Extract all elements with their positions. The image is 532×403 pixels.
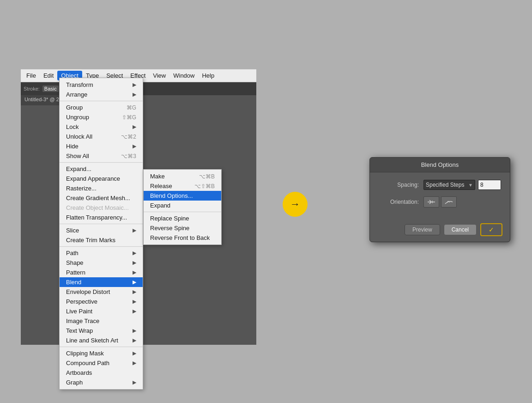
cancel-button[interactable]: Cancel [444, 224, 477, 235]
menu-item-slice[interactable]: Slice ▶ [60, 226, 143, 235]
separator [60, 162, 143, 163]
menu-item-artboards[interactable]: Artboards [60, 368, 143, 378]
menu-item-lock[interactable]: Lock ▶ [60, 122, 143, 132]
menu-window[interactable]: Window [169, 71, 198, 80]
separator [144, 212, 221, 212]
preview-button[interactable]: Preview [405, 224, 440, 235]
spacing-label: Spacing: [377, 182, 419, 188]
arrow-icon: ▶ [133, 299, 136, 305]
submenu-item-reverse-front[interactable]: Reverse Front to Back [144, 233, 221, 243]
arrow-icon: ▶ [133, 143, 136, 149]
separator [60, 246, 143, 247]
arrow-icon: ▶ [133, 82, 136, 88]
spacing-controls: Specified Steps ▼ 8 [423, 180, 501, 190]
arrow-icon: ▶ [133, 379, 136, 385]
submenu-item-reverse-spine[interactable]: Reverse Spine [144, 223, 221, 233]
menu-item-ungroup[interactable]: Ungroup ⇧⌘G [60, 112, 143, 122]
menu-item-expand[interactable]: Expand... [60, 164, 143, 174]
menu-item-graph[interactable]: Graph ▶ [60, 378, 143, 387]
blend-options-dialog: Blend Options Spacing: Specified Steps ▼… [369, 157, 510, 242]
arrow-icon: ▶ [133, 124, 136, 130]
submenu-item-make[interactable]: Make ⌥⌘B [144, 171, 221, 181]
object-dropdown-menu: Transform ▶ Arrange ▶ Group ⌘G Ungroup ⇧… [59, 78, 143, 390]
menu-help[interactable]: Help [198, 71, 218, 80]
menu-item-show-all[interactable]: Show All ⌥⌘3 [60, 151, 143, 161]
orientation-align-path[interactable] [441, 196, 457, 208]
submenu-item-expand[interactable]: Expand [144, 201, 221, 210]
dropdown-arrow-icon: ▼ [468, 183, 473, 188]
menu-item-image-trace[interactable]: Image Trace [60, 316, 143, 326]
arrow-symbol: → [290, 198, 300, 210]
arrow-icon: ▶ [133, 250, 136, 256]
separator [60, 224, 143, 224]
arrow-icon: ▶ [133, 279, 136, 285]
arrow-icon: ▶ [133, 308, 136, 314]
separator [60, 101, 143, 101]
menu-item-expand-appearance[interactable]: Expand Appearance [60, 174, 143, 183]
menu-item-clipping-mask[interactable]: Clipping Mask ▶ [60, 348, 143, 358]
arrow-icon: ▶ [133, 289, 136, 295]
menu-item-envelope-distort[interactable]: Envelope Distort ▶ [60, 287, 143, 297]
blend-submenu: Make ⌥⌘B Release ⌥⇧⌘B Blend Options... E… [143, 169, 222, 245]
menu-file[interactable]: File [23, 71, 40, 80]
menu-item-perspective[interactable]: Perspective ▶ [60, 297, 143, 306]
menu-item-object-mosaic[interactable]: Create Object Mosaic... [60, 203, 143, 213]
menu-item-trim-marks[interactable]: Create Trim Marks [60, 235, 143, 245]
menu-item-pattern[interactable]: Pattern ▶ [60, 268, 143, 277]
menu-view[interactable]: View [149, 71, 169, 80]
menu-item-group[interactable]: Group ⌘G [60, 103, 143, 112]
dialog-buttons: Preview Cancel ✓ [370, 220, 510, 242]
arrow-icon: ▶ [133, 337, 136, 343]
arrow-icon: ▶ [133, 360, 136, 366]
arrow-icon: ▶ [133, 227, 136, 233]
menu-item-gradient-mesh[interactable]: Create Gradient Mesh... [60, 193, 143, 203]
menu-item-hide[interactable]: Hide ▶ [60, 141, 143, 151]
arrow-icon: ▶ [133, 328, 136, 334]
submenu-item-replace-spine[interactable]: Replace Spine [144, 214, 221, 223]
submenu-item-release[interactable]: Release ⌥⇧⌘B [144, 181, 221, 191]
stroke-label: Stroke: [24, 86, 40, 92]
submenu-item-blend-options[interactable]: Blend Options... [144, 191, 221, 201]
menu-item-shape[interactable]: Shape ▶ [60, 258, 143, 268]
orientation-controls [423, 196, 457, 208]
separator [60, 347, 143, 347]
arrow-icon: ▶ [133, 269, 136, 275]
blend-mode[interactable]: Basic [42, 85, 59, 92]
orientation-align-page[interactable] [423, 196, 439, 208]
menu-item-blend[interactable]: Blend ▶ [60, 277, 143, 287]
arrow-icon: ▶ [133, 92, 136, 98]
menu-item-flatten[interactable]: Flatten Transparency... [60, 213, 143, 222]
spacing-select[interactable]: Specified Steps ▼ [423, 180, 475, 190]
menu-item-compound-path[interactable]: Compound Path ▶ [60, 358, 143, 368]
menu-item-live-paint[interactable]: Live Paint ▶ [60, 306, 143, 316]
arrow-icon: ▶ [133, 260, 136, 266]
ok-icon: ✓ [489, 226, 494, 233]
steps-input[interactable]: 8 [478, 180, 501, 190]
arrow-icon: ▶ [133, 350, 136, 356]
menu-item-arrange[interactable]: Arrange ▶ [60, 90, 143, 99]
menu-edit[interactable]: Edit [40, 71, 57, 80]
menu-item-rasterize[interactable]: Rasterize... [60, 183, 143, 193]
dialog-titlebar: Blend Options [370, 158, 510, 172]
menu-item-line-sketch[interactable]: Line and Sketch Art ▶ [60, 336, 143, 345]
spacing-row: Spacing: Specified Steps ▼ 8 [377, 180, 502, 190]
orientation-row: Orientation: [377, 196, 502, 208]
arrow-indicator: → [283, 192, 308, 217]
ok-button[interactable]: ✓ [480, 223, 502, 236]
menu-item-transform[interactable]: Transform ▶ [60, 80, 143, 90]
menu-item-path[interactable]: Path ▶ [60, 248, 143, 258]
menu-item-unlock-all[interactable]: Unlock All ⌥⌘2 [60, 132, 143, 141]
menu-item-text-wrap[interactable]: Text Wrap ▶ [60, 326, 143, 336]
dialog-body: Spacing: Specified Steps ▼ 8 Orientation… [370, 172, 510, 220]
orientation-label: Orientation: [377, 199, 419, 205]
